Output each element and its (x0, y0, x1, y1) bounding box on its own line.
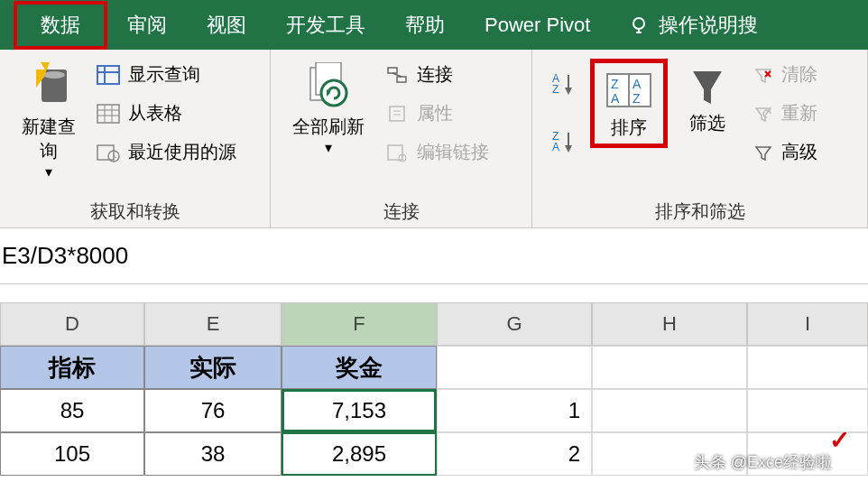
sort-icon: ZAAZ (604, 67, 654, 114)
cell[interactable] (592, 389, 747, 432)
reapply-icon (753, 105, 774, 123)
cell[interactable]: 38 (144, 432, 282, 476)
tell-me[interactable]: 操作说明搜 (628, 12, 758, 39)
cell-header-F[interactable]: 奖金 (282, 346, 437, 389)
svg-text:Z: Z (552, 83, 559, 96)
advanced-label: 高级 (781, 140, 817, 164)
cell[interactable]: 105 (0, 432, 144, 476)
tab-data[interactable]: 数据 (14, 1, 107, 50)
from-table-button[interactable]: 从表格 (90, 97, 242, 129)
col-header-I[interactable]: I (747, 302, 868, 346)
chevron-down-icon: ▾ (45, 163, 52, 181)
new-query-icon (27, 62, 70, 113)
cell[interactable] (437, 346, 592, 389)
recent-sources-button[interactable]: 最近使用的源 (90, 136, 242, 168)
column-headers: D E F G H I (0, 302, 868, 346)
table-row: 85 76 7,153 1 (0, 389, 868, 432)
col-header-H[interactable]: H (592, 302, 747, 346)
tab-review[interactable]: 审阅 (107, 3, 187, 48)
svg-text:A: A (611, 91, 620, 106)
advanced-button[interactable]: 高级 (747, 136, 823, 168)
filter-label: 筛选 (689, 111, 725, 135)
svg-marker-44 (693, 71, 722, 104)
filter-button[interactable]: 筛选 (677, 59, 738, 139)
col-header-E[interactable]: E (144, 302, 282, 346)
edit-links-icon (384, 142, 410, 163)
sort-label: 排序 (611, 116, 647, 140)
svg-text:Z: Z (633, 91, 641, 106)
edit-links-button[interactable]: 编辑链接 (379, 136, 494, 168)
svg-marker-37 (565, 145, 572, 153)
properties-icon (384, 103, 410, 125)
cell[interactable]: 2 (437, 432, 592, 476)
link-icon (384, 64, 410, 86)
svg-rect-6 (97, 66, 119, 84)
checkmark-icon: ✓ (829, 425, 850, 455)
group-connections: 全部刷新 ▾ 连接 属性 编辑链接 连接 (271, 50, 532, 227)
cell-header-D[interactable]: 指标 (0, 346, 144, 389)
svg-rect-28 (388, 145, 402, 160)
svg-point-0 (633, 18, 644, 29)
clear-button[interactable]: 清除 (747, 59, 823, 90)
group-get-transform: 新建查 询 ▾ 显示查询 从表格 最近使用的源 获取和转换 (0, 50, 271, 227)
col-header-D[interactable]: D (0, 302, 144, 346)
cell-header-E[interactable]: 实际 (144, 346, 282, 389)
svg-rect-23 (397, 77, 406, 82)
new-query-label: 新建查 询 (22, 115, 76, 163)
tell-me-label: 操作说明搜 (659, 12, 758, 39)
svg-marker-49 (756, 147, 771, 160)
col-header-G[interactable]: G (437, 302, 592, 346)
properties-button[interactable]: 属性 (379, 97, 494, 129)
tab-view[interactable]: 视图 (187, 3, 266, 48)
cell[interactable] (592, 346, 747, 389)
tab-help[interactable]: 帮助 (385, 3, 465, 48)
spreadsheet: D E F G H I 指标 实际 奖金 85 76 7,153 1 105 3… (0, 302, 868, 476)
group-connections-label: 连接 (283, 196, 519, 224)
group-sort-filter-label: 排序和筛选 (545, 196, 854, 224)
reapply-button[interactable]: 重新 (747, 97, 823, 129)
svg-text:A: A (552, 141, 559, 153)
sort-asc-button[interactable]: AZ (545, 68, 585, 100)
formula-text: E3/D3*8000 (0, 242, 128, 270)
ribbon-tabs: 数据 审阅 视图 开发工具 帮助 Power Pivot 操作说明搜 (0, 0, 868, 50)
svg-point-20 (321, 80, 346, 106)
tab-developer[interactable]: 开发工具 (266, 3, 385, 48)
svg-point-4 (43, 71, 65, 79)
svg-marker-33 (565, 88, 572, 95)
cell-active[interactable]: 7,153 (282, 389, 437, 432)
svg-text:Z: Z (611, 77, 619, 91)
chevron-down-icon: ▾ (325, 139, 332, 156)
group-sort-filter: AZ ZA ZAAZ 排序 筛选 清 (532, 50, 868, 227)
cell[interactable]: 85 (0, 389, 144, 432)
connections-button[interactable]: 连接 (379, 59, 494, 90)
cell[interactable]: 1 (437, 389, 592, 432)
filter-icon (686, 62, 729, 109)
svg-rect-25 (390, 107, 404, 121)
sort-desc-button[interactable]: ZA (545, 125, 585, 158)
clear-label: 清除 (781, 62, 817, 87)
svg-rect-22 (388, 68, 397, 73)
advanced-icon (753, 144, 774, 162)
reapply-label: 重新 (781, 101, 817, 125)
cell[interactable]: 76 (144, 389, 282, 432)
sort-button[interactable]: ZAAZ 排序 (590, 59, 668, 148)
formula-bar[interactable]: E3/D3*8000 (0, 228, 868, 284)
svg-rect-14 (97, 145, 114, 160)
clear-icon (753, 66, 774, 84)
show-queries-label: 显示查询 (128, 62, 200, 87)
from-table-label: 从表格 (128, 101, 182, 125)
sort-asc-icon: AZ (550, 71, 579, 97)
cell[interactable] (747, 346, 868, 389)
svg-text:A: A (633, 77, 642, 91)
refresh-all-label: 全部刷新 (292, 115, 365, 139)
show-queries-button[interactable]: 显示查询 (90, 59, 242, 90)
svg-rect-9 (97, 105, 119, 123)
tab-powerpivot[interactable]: Power Pivot (465, 5, 610, 46)
connections-label: 连接 (417, 62, 453, 87)
new-query-button[interactable]: 新建查 询 ▾ (13, 59, 85, 184)
recent-icon (96, 142, 121, 163)
col-header-F[interactable]: F (282, 302, 437, 346)
cell[interactable]: 2,895 (282, 432, 437, 476)
refresh-all-button[interactable]: 全部刷新 ▾ (283, 59, 374, 160)
grid-icon (96, 103, 121, 125)
